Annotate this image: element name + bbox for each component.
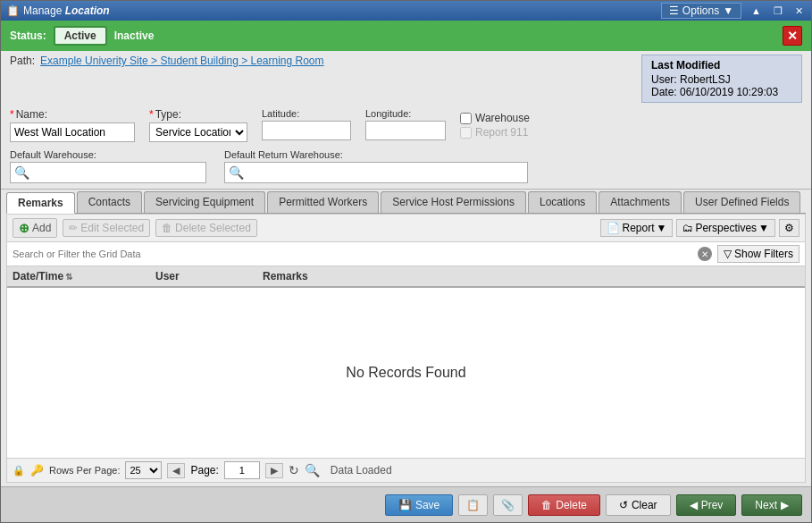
- tab-remarks[interactable]: Remarks: [6, 192, 75, 214]
- report911-label: Report 911: [475, 126, 528, 139]
- rows-per-page-label: Rows Per Page:: [49, 465, 120, 476]
- default-warehouse-input[interactable]: 🔍: [10, 162, 206, 183]
- tab-locations[interactable]: Locations: [528, 191, 597, 213]
- delete-selected-button[interactable]: 🗑 Delete Selected: [155, 219, 257, 237]
- grid-header: Date/Time ⇅ User Remarks: [7, 266, 805, 288]
- name-label: *Name:: [10, 108, 135, 121]
- default-return-warehouse-input[interactable]: 🔍: [224, 162, 528, 183]
- rows-per-page-select[interactable]: 25 50 100: [125, 461, 162, 479]
- bottom-toolbar: 💾 Save 📋 📎 🗑 Delete ↺ Clear ◀ Prev Next …: [1, 486, 811, 522]
- toolbar-right: 📄 Report ▼ 🗂 Perspectives ▼ ⚙: [600, 219, 799, 237]
- tab-service-host-permissions[interactable]: Service Host Permissions: [381, 191, 526, 213]
- refresh-icon[interactable]: ↻: [289, 463, 299, 477]
- grid-footer: 🔒 🔑 Rows Per Page: 25 50 100 ◀ Page: ▶ ↻…: [6, 459, 806, 483]
- next-button[interactable]: Next ▶: [741, 494, 802, 516]
- last-modified-title: Last Modified: [651, 59, 792, 72]
- window-title: Manage Location: [23, 4, 110, 17]
- path-link[interactable]: Example Univerity Site > Student Buildin…: [40, 55, 324, 67]
- chevron-down-icon: ▼: [723, 4, 733, 17]
- add-button[interactable]: ⊕ Add: [13, 218, 57, 238]
- latitude-input[interactable]: [262, 121, 351, 140]
- tab-servicing-equipment[interactable]: Servicing Equipment: [144, 191, 265, 213]
- minimize-button[interactable]: ▲: [749, 5, 764, 16]
- delete-icon: 🗑: [162, 222, 172, 234]
- options-icon: ☰: [669, 4, 679, 17]
- filter-icon: ▽: [724, 248, 732, 260]
- inactive-button[interactable]: Inactive: [114, 30, 155, 42]
- copy-icon: 📋: [466, 499, 480, 511]
- default-return-warehouse-label: Default Return Warehouse:: [224, 149, 528, 160]
- save-icon: 💾: [398, 499, 412, 511]
- report911-checkbox-item: Report 911: [460, 126, 530, 139]
- longitude-input[interactable]: [365, 121, 446, 140]
- tab-panel: Remarks Contacts Servicing Equipment Per…: [1, 191, 811, 486]
- copy-button[interactable]: 📋: [458, 494, 488, 516]
- settings-button[interactable]: ⚙: [779, 219, 799, 237]
- clear-search-button[interactable]: ✕: [698, 247, 712, 261]
- longitude-label: Longitude:: [365, 108, 446, 119]
- report-button[interactable]: 📄 Report ▼: [600, 219, 673, 237]
- grid-search-input[interactable]: [13, 249, 698, 259]
- main-content: Path: Example Univerity Site > Student B…: [1, 51, 811, 486]
- col-user: User: [155, 270, 263, 283]
- perspectives-icon: 🗂: [682, 222, 693, 234]
- divider: [1, 189, 811, 190]
- tab-attachments[interactable]: Attachments: [599, 191, 682, 213]
- tab-permitted-workers[interactable]: Permitted Workers: [267, 191, 379, 213]
- col-remarks: Remarks: [263, 270, 799, 283]
- form-row-1: *Name: *Type: Service Location Latitude:…: [1, 105, 811, 146]
- close-button[interactable]: ✕: [792, 5, 806, 17]
- data-loaded-label: Data Loaded: [331, 464, 392, 477]
- delete-icon: 🗑: [541, 499, 552, 511]
- clear-button[interactable]: ↺ Clear: [606, 494, 671, 516]
- tab-user-defined-fields[interactable]: User Defined Fields: [683, 191, 800, 213]
- name-input[interactable]: [10, 122, 135, 142]
- sort-icon-datetime[interactable]: ⇅: [65, 272, 72, 282]
- default-return-warehouse-group: Default Return Warehouse: 🔍: [224, 149, 528, 183]
- delete-button[interactable]: 🗑 Delete: [528, 494, 600, 516]
- zoom-icon[interactable]: 🔍: [305, 463, 320, 477]
- clear-icon: ↺: [619, 499, 628, 511]
- report911-checkbox[interactable]: [460, 127, 472, 139]
- tab-bar: Remarks Contacts Servicing Equipment Per…: [6, 191, 806, 214]
- type-select[interactable]: Service Location: [149, 122, 247, 142]
- default-return-warehouse-text-input[interactable]: [247, 167, 523, 178]
- status-bar-right: ✕: [783, 26, 802, 46]
- warehouse-checkbox[interactable]: [460, 113, 472, 124]
- grid-body: No Records Found: [7, 288, 805, 458]
- prev-button[interactable]: ◀ Prev: [676, 494, 737, 516]
- last-modified-date: Date: 06/10/2019 10:29:03: [651, 86, 792, 98]
- prev-icon: ◀: [690, 499, 698, 511]
- restore-button[interactable]: ❒: [771, 5, 785, 17]
- search-bar: ✕ ▽ Show Filters: [6, 241, 806, 266]
- prev-page-button[interactable]: ◀: [167, 463, 185, 478]
- attach-button[interactable]: 📎: [493, 494, 523, 516]
- next-page-button[interactable]: ▶: [265, 463, 283, 478]
- page-input[interactable]: [224, 461, 260, 479]
- default-warehouse-group: Default Warehouse: 🔍: [10, 149, 206, 183]
- default-warehouse-text-input[interactable]: [33, 167, 202, 178]
- longitude-field-group: Longitude:: [365, 108, 446, 140]
- gear-icon: ⚙: [784, 222, 794, 234]
- perspectives-button[interactable]: 🗂 Perspectives ▼: [676, 219, 775, 237]
- tab-contacts[interactable]: Contacts: [77, 191, 142, 213]
- col-datetime: Date/Time ⇅: [13, 270, 155, 283]
- title-bar-controls: ☰ Options ▼ ▲ ❒ ✕: [661, 3, 806, 19]
- return-warehouse-search-icon: 🔍: [229, 165, 244, 180]
- status-bar: Status: Active Inactive ✕: [1, 21, 811, 51]
- active-button[interactable]: Active: [54, 26, 107, 46]
- status-close-button[interactable]: ✕: [783, 26, 802, 46]
- key-icon: 🔑: [30, 464, 44, 477]
- save-button[interactable]: 💾 Save: [385, 494, 453, 516]
- warehouse-label: Warehouse: [475, 112, 530, 124]
- main-window: 📋 Manage Location ☰ Options ▼ ▲ ❒ ✕ Stat…: [0, 0, 812, 523]
- warehouse-row: Default Warehouse: 🔍 Default Return Ware…: [1, 146, 811, 187]
- checkbox-group: Warehouse Report 911: [460, 108, 530, 139]
- attach-icon: 📎: [501, 499, 515, 511]
- status-label: Status:: [10, 30, 46, 42]
- edit-selected-button[interactable]: ✏ Edit Selected: [63, 219, 150, 237]
- options-button[interactable]: ☰ Options ▼: [661, 3, 741, 19]
- title-bar-left: 📋 Manage Location: [6, 4, 110, 17]
- latitude-label: Latitude:: [262, 108, 351, 119]
- show-filters-button[interactable]: ▽ Show Filters: [717, 245, 799, 263]
